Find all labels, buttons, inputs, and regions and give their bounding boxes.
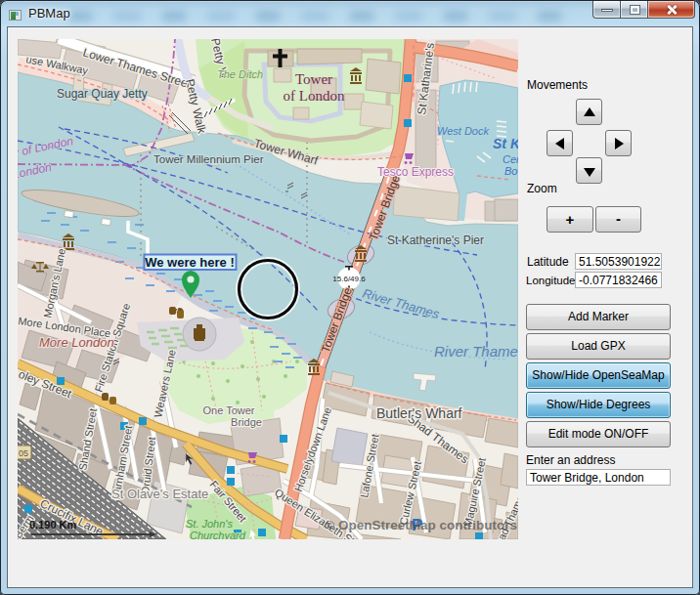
- svg-text:Sugar Quay Jetty: Sugar Quay Jetty: [57, 87, 148, 101]
- svg-text:Bo: Bo: [504, 165, 517, 177]
- svg-text:Tesco Express: Tesco Express: [377, 165, 454, 179]
- svg-text:St Ka: St Ka: [493, 136, 518, 151]
- svg-text:The Ditch: The Ditch: [217, 68, 263, 80]
- svg-text:More London: More London: [39, 335, 114, 350]
- svg-text:One Tower: One Tower: [203, 404, 255, 416]
- svg-text:15.6/49.6: 15.6/49.6: [332, 275, 366, 283]
- svg-text:Butler's Wharf: Butler's Wharf: [376, 405, 462, 421]
- svg-text:We were here !: We were here !: [145, 255, 235, 270]
- svg-text:© OpenStreetMap contributors: © OpenStreetMap contributors: [325, 518, 517, 532]
- svg-text:St. John's: St. John's: [186, 518, 233, 530]
- svg-text:St Olave's Estate: St Olave's Estate: [111, 487, 208, 501]
- svg-text:West Dock: West Dock: [437, 125, 489, 137]
- svg-text:of London: of London: [284, 88, 345, 104]
- svg-text:Tower Millennium Pier: Tower Millennium Pier: [153, 153, 264, 165]
- svg-text:05: 05: [19, 448, 28, 458]
- svg-text:Bridge: Bridge: [231, 416, 262, 428]
- svg-text:River Thames: River Thames: [434, 343, 518, 360]
- svg-text:Cen: Cen: [503, 153, 518, 165]
- svg-text:Churchyard: Churchyard: [190, 530, 246, 539]
- svg-text:Tower: Tower: [295, 71, 332, 87]
- svg-text:St Katherine's Pier: St Katherine's Pier: [387, 234, 484, 247]
- svg-text:0.190 Km: 0.190 Km: [29, 519, 77, 531]
